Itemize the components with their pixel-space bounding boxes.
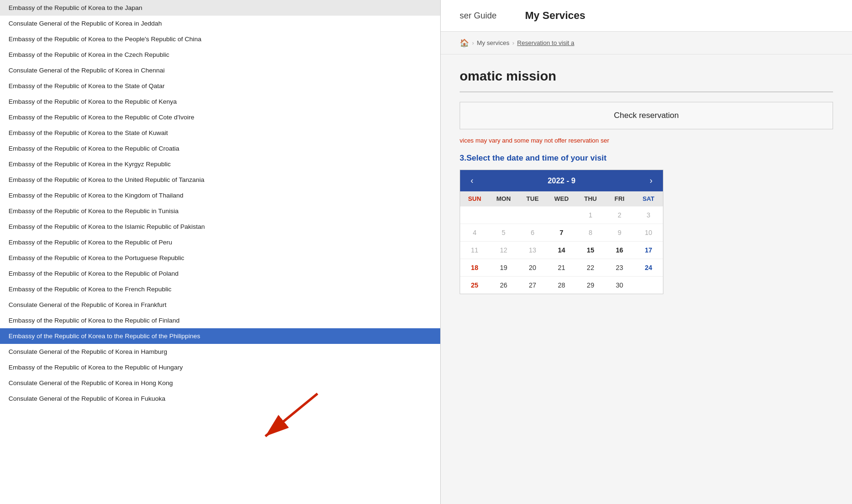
embassy-list-item-3[interactable]: Embassy of the Republic of Korea in the … [0, 47, 440, 63]
day-header-tue: TUE [518, 191, 547, 206]
cal-day-24[interactable]: 24 [634, 259, 663, 276]
cal-day-30[interactable]: 30 [605, 276, 634, 294]
home-icon[interactable]: 🏠 [460, 38, 469, 47]
top-navigation: ser Guide My Services [441, 0, 852, 32]
cal-day-3[interactable]: 3 [634, 206, 663, 224]
cal-day-2[interactable]: 2 [605, 206, 634, 224]
cal-day-18[interactable]: 18 [460, 259, 489, 276]
cal-day-26[interactable]: 26 [489, 276, 518, 294]
cal-day-25[interactable]: 25 [460, 276, 489, 294]
page-title: omatic mission [460, 69, 833, 92]
section-title: 3.Select the date and time of your visit [460, 153, 833, 163]
cal-empty-4 [547, 206, 576, 224]
embassy-list-item-17[interactable]: Embassy of the Republic of Korea to the … [0, 266, 440, 281]
main-content: omatic mission Check reservation vices m… [441, 54, 852, 504]
embassy-list-item-10[interactable]: Embassy of the Republic of Korea in the … [0, 156, 440, 172]
embassy-list-item-12[interactable]: Embassy of the Republic of Korea to the … [0, 188, 440, 203]
cal-day-20[interactable]: 20 [518, 259, 547, 276]
cal-day-16[interactable]: 16 [605, 241, 634, 259]
embassy-list-item-21[interactable]: Embassy of the Republic of Korea to the … [0, 328, 440, 344]
embassy-list-item-19[interactable]: Consulate General of the Republic of Kor… [0, 297, 440, 313]
cal-empty-3 [518, 206, 547, 224]
embassy-list-item-23[interactable]: Embassy of the Republic of Korea to the … [0, 360, 440, 375]
calendar-prev-button[interactable]: ‹ [467, 175, 477, 187]
breadcrumb-sep-2: › [512, 39, 514, 46]
cal-day-19[interactable]: 19 [489, 259, 518, 276]
cal-day-6[interactable]: 6 [518, 224, 547, 241]
cal-day-11[interactable]: 11 [460, 241, 489, 259]
warning-text: vices may vary and some may not offer re… [460, 137, 833, 144]
cal-day-14[interactable]: 14 [547, 241, 576, 259]
my-services-nav-label: My Services [525, 9, 585, 22]
day-header-fri: FRI [605, 191, 634, 206]
embassy-list-item-2[interactable]: Embassy of the Republic of Korea to the … [0, 31, 440, 47]
cal-day-8[interactable]: 8 [576, 224, 605, 241]
embassy-list-item-13[interactable]: Embassy of the Republic of Korea to the … [0, 203, 440, 219]
breadcrumb-current: Reservation to visit a [517, 39, 574, 46]
calendar-header: ‹ 2022 - 9 › [460, 170, 663, 191]
cal-day-23[interactable]: 23 [605, 259, 634, 276]
embassy-list-item-20[interactable]: Embassy of the Republic of Korea to the … [0, 313, 440, 328]
breadcrumb: 🏠 › My services › Reservation to visit a [441, 32, 852, 54]
cal-day-15[interactable]: 15 [576, 241, 605, 259]
check-reservation-button[interactable]: Check reservation [460, 102, 833, 129]
calendar: ‹ 2022 - 9 › SUN MON TUE WED THU FRI SAT… [460, 170, 663, 294]
embassy-list-item-1[interactable]: Consulate General of the Republic of Kor… [0, 16, 440, 31]
embassy-list-item-4[interactable]: Consulate General of the Republic of Kor… [0, 63, 440, 78]
day-header-sun: SUN [460, 191, 489, 206]
cal-day-1[interactable]: 1 [576, 206, 605, 224]
day-header-thu: THU [576, 191, 605, 206]
cal-day-29[interactable]: 29 [576, 276, 605, 294]
embassy-list-item-0[interactable]: Embassy of the Republic of Korea to the … [0, 0, 440, 16]
embassy-list-item-25[interactable]: Consulate General of the Republic of Kor… [0, 391, 440, 406]
cal-day-10[interactable]: 10 [634, 224, 663, 241]
cal-day-22[interactable]: 22 [576, 259, 605, 276]
cal-day-17[interactable]: 17 [634, 241, 663, 259]
embassy-dropdown-panel: Embassy of the Republic of Korea to the … [0, 0, 441, 504]
right-panel: ser Guide My Services 🏠 › My services › … [441, 0, 852, 504]
cal-day-7[interactable]: 7 [547, 224, 576, 241]
user-guide-label: ser Guide [460, 11, 497, 21]
embassy-list-item-8[interactable]: Embassy of the Republic of Korea to the … [0, 125, 440, 141]
calendar-days-header: SUN MON TUE WED THU FRI SAT [460, 191, 663, 206]
cal-day-27[interactable]: 27 [518, 276, 547, 294]
cal-day-13[interactable]: 13 [518, 241, 547, 259]
cal-day-5[interactable]: 5 [489, 224, 518, 241]
embassy-list-item-7[interactable]: Embassy of the Republic of Korea to the … [0, 109, 440, 125]
embassy-list-item-14[interactable]: Embassy of the Republic of Korea to the … [0, 219, 440, 234]
embassy-list-item-6[interactable]: Embassy of the Republic of Korea to the … [0, 94, 440, 109]
day-header-sat: SAT [634, 191, 663, 206]
embassy-list-item-18[interactable]: Embassy of the Republic of Korea to the … [0, 281, 440, 297]
cal-day-4[interactable]: 4 [460, 224, 489, 241]
embassy-list-item-24[interactable]: Consulate General of the Republic of Kor… [0, 375, 440, 391]
breadcrumb-my-services[interactable]: My services [477, 39, 509, 46]
cal-day-21[interactable]: 21 [547, 259, 576, 276]
breadcrumb-sep-1: › [472, 39, 474, 46]
calendar-month: 2022 - 9 [548, 177, 576, 185]
embassy-list-item-9[interactable]: Embassy of the Republic of Korea to the … [0, 141, 440, 156]
embassy-list: Embassy of the Republic of Korea to the … [0, 0, 440, 406]
cal-empty-2 [489, 206, 518, 224]
cal-day-28[interactable]: 28 [547, 276, 576, 294]
cal-day-12[interactable]: 12 [489, 241, 518, 259]
embassy-list-item-15[interactable]: Embassy of the Republic of Korea to the … [0, 234, 440, 250]
day-header-mon: MON [489, 191, 518, 206]
embassy-list-item-5[interactable]: Embassy of the Republic of Korea to the … [0, 78, 440, 94]
embassy-list-item-16[interactable]: Embassy of the Republic of Korea to the … [0, 250, 440, 266]
day-header-wed: WED [547, 191, 576, 206]
cal-empty-5 [634, 276, 663, 294]
embassy-list-item-11[interactable]: Embassy of the Republic of Korea to the … [0, 172, 440, 188]
cal-day-9[interactable]: 9 [605, 224, 634, 241]
calendar-grid: 1 2 3 4 5 6 7 8 9 10 11 12 13 14 15 16 1… [460, 206, 663, 294]
embassy-list-item-22[interactable]: Consulate General of the Republic of Kor… [0, 344, 440, 360]
calendar-next-button[interactable]: › [646, 175, 656, 187]
cal-empty-1 [460, 206, 489, 224]
